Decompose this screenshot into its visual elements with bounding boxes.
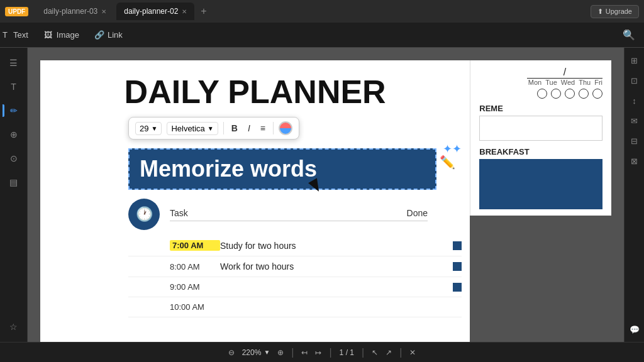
text-icon: T	[0, 30, 10, 40]
tab-label-planner-03: daily-planner-03	[43, 7, 97, 16]
sidebar-right-resize[interactable]: ↕	[627, 93, 642, 108]
active-indicator	[3, 104, 4, 117]
day-wed: Wed	[561, 79, 575, 86]
task-row-1: 8:00 AM Work for two hours	[128, 256, 462, 277]
close-bottom[interactable]: ✕	[409, 348, 416, 357]
nav-icon-1[interactable]: ↖	[372, 348, 378, 357]
color-picker-button[interactable]	[279, 121, 292, 135]
tab-planner-03[interactable]: daily-planner-03 ✕	[36, 3, 114, 20]
updf-logo: UPDF	[5, 7, 28, 16]
title-bar: UPDF daily-planner-03 ✕ daily-planner-02…	[0, 0, 644, 23]
right-panel: / Mon Tue Wed Thu Fri	[470, 60, 611, 216]
task-row-2: 9:00 AM	[128, 277, 462, 297]
sidebar-icon-view[interactable]: ⊙	[4, 148, 24, 168]
tab-close-planner-03[interactable]: ✕	[101, 8, 106, 15]
navigate-next[interactable]: ↦	[315, 348, 321, 357]
text-tool[interactable]: T Text	[0, 30, 28, 40]
remember-title: REME	[479, 104, 602, 113]
nav-icon-2[interactable]: ↗	[386, 348, 392, 357]
link-tool[interactable]: 🔗 Link	[94, 30, 123, 40]
remember-section: REME	[479, 104, 602, 141]
day-circle-wed[interactable]	[565, 89, 575, 99]
date-section: / Mon Tue Wed Thu Fri	[479, 67, 602, 101]
font-size-control[interactable]: 29 ▼	[135, 122, 162, 135]
task-section: 🕐 Task Done 7:00 AM Study for two hours …	[128, 199, 462, 317]
bottom-bar: ⊖ 220% ▼ ⊕ | ↤ ↦ | 1 / 1 | ↖ ↗ | ✕	[0, 342, 644, 362]
link-icon: 🔗	[94, 30, 104, 40]
task-done-2[interactable]	[453, 283, 462, 292]
selected-text[interactable]: Memorize words	[128, 148, 436, 190]
upgrade-button[interactable]: ⬆ Upgrade	[591, 5, 639, 18]
text-editing-toolbar: 29 ▼ Helvetica ▼ B I ≡	[128, 117, 299, 140]
canvas-area: DAILY PLANNER 29 ▼ Helvetica ▼ B I ≡	[28, 48, 624, 342]
font-size-value: 29	[140, 124, 148, 133]
selected-text-container[interactable]: Memorize words ✦✦ ✏️	[128, 148, 436, 190]
sidebar-icon-layers[interactable]: ▤	[4, 172, 24, 192]
zoom-in-button[interactable]: ⊕	[277, 348, 284, 357]
left-sidebar: ☰ T ✏ ⊕ ⊙ ▤ ☆	[0, 48, 28, 342]
zoom-display: 220% ▼	[242, 348, 270, 357]
day-circle-mon[interactable]	[537, 89, 547, 99]
task-name-1: Work for two hours	[220, 261, 453, 272]
breakfast-title: BREAKFAST	[479, 147, 602, 156]
upgrade-icon: ⬆	[597, 8, 603, 16]
breakfast-image	[479, 159, 602, 209]
days-row: Mon Tue Wed Thu Fri	[527, 79, 602, 86]
day-mon: Mon	[528, 79, 541, 86]
task-done-0[interactable]	[453, 241, 462, 250]
sidebar-icon-add[interactable]: ⊕	[4, 124, 24, 145]
navigate-prev[interactable]: ↤	[301, 348, 308, 357]
task-time-1: 8:00 AM	[170, 262, 220, 272]
page-display: 1 / 1	[340, 348, 354, 357]
task-row-0: 7:00 AM Study for two hours	[128, 235, 462, 256]
task-name-0: Study for two hours	[220, 241, 453, 251]
font-name: Helvetica	[171, 124, 204, 133]
day-circle-tue[interactable]	[551, 89, 561, 99]
task-time-0: 7:00 AM	[170, 240, 220, 251]
sidebar-icon-bookmark[interactable]: ☆	[4, 317, 24, 337]
italic-button[interactable]: I	[245, 122, 253, 134]
sidebar-right-chat[interactable]: 💬	[627, 322, 642, 337]
right-sidebar: ⊞ ⊡ ↕ ✉ ⊟ ⊠ 💬	[624, 48, 644, 342]
task-time-3: 10:00 AM	[170, 302, 220, 312]
sidebar-right-box[interactable]: ⊡	[627, 73, 642, 88]
task-done-1[interactable]	[453, 262, 462, 271]
tab-planner-02[interactable]: daily-planner-02 ✕	[116, 3, 194, 20]
remember-box[interactable]	[479, 116, 602, 141]
toolbar-separator-2	[273, 122, 274, 134]
bold-button[interactable]: B	[229, 122, 240, 134]
task-header: 🕐 Task Done	[128, 199, 462, 230]
day-tue: Tue	[545, 79, 557, 86]
sparkle-icon: ✦✦	[443, 142, 462, 156]
date-line: /	[527, 67, 602, 79]
main-layout: ☰ T ✏ ⊕ ⊙ ▤ ☆ DAILY PLANNER 29 ▼ Helveti…	[0, 48, 644, 342]
day-circle-fri[interactable]	[592, 89, 602, 99]
search-icon[interactable]: 🔍	[621, 28, 636, 43]
task-time-2: 9:00 AM	[170, 282, 220, 292]
day-circle-thu[interactable]	[579, 89, 589, 99]
font-size-dropdown-icon[interactable]: ▼	[151, 125, 157, 132]
tab-close-planner-02[interactable]: ✕	[182, 8, 187, 15]
sidebar-right-mail[interactable]: ✉	[627, 113, 642, 128]
image-tool[interactable]: 🖼 Image	[43, 30, 79, 40]
sidebar-icon-edit[interactable]: ✏	[4, 101, 24, 121]
sidebar-right-minus[interactable]: ⊟	[627, 133, 642, 148]
document-title: DAILY PLANNER	[59, 73, 451, 111]
document: DAILY PLANNER 29 ▼ Helvetica ▼ B I ≡	[40, 60, 470, 342]
sidebar-right-share[interactable]: ⊠	[627, 153, 642, 168]
task-row-3: 10:00 AM	[128, 297, 462, 317]
font-dropdown-icon[interactable]: ▼	[208, 125, 214, 132]
main-toolbar: T Text 🖼 Image 🔗 Link 🔍	[0, 23, 644, 48]
sidebar-right-grid[interactable]: ⊞	[627, 53, 642, 68]
zoom-value: 220%	[242, 348, 262, 357]
font-select[interactable]: Helvetica ▼	[167, 122, 218, 135]
day-fri: Fri	[594, 79, 602, 86]
zoom-dropdown-icon[interactable]: ▼	[264, 349, 270, 356]
tab-label-planner-02: daily-planner-02	[124, 7, 178, 16]
align-button[interactable]: ≡	[258, 122, 268, 134]
add-tab-button[interactable]: +	[197, 6, 210, 17]
day-thu: Thu	[579, 79, 591, 86]
sidebar-icon-menu[interactable]: ☰	[4, 53, 24, 73]
zoom-out-button[interactable]: ⊖	[228, 348, 235, 357]
sidebar-icon-text[interactable]: T	[4, 77, 24, 97]
